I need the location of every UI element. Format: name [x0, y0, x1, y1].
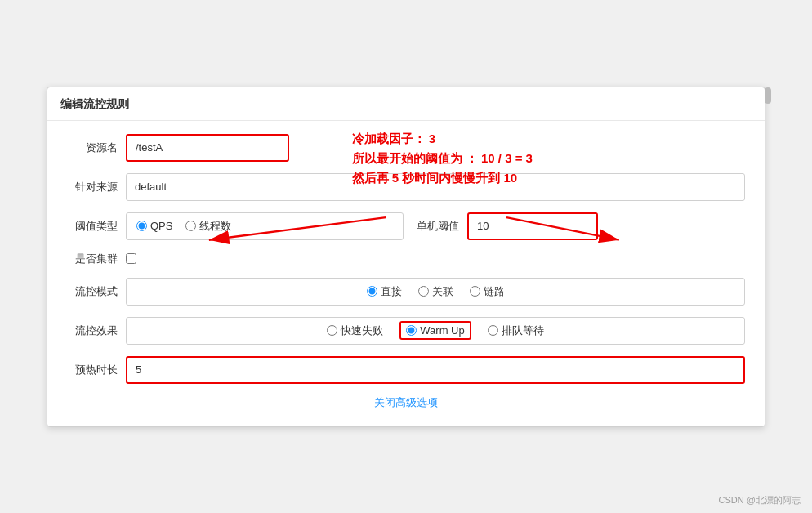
flow-effect-row: 流控效果 快速失败 Warm Up 排队等待	[67, 317, 745, 345]
flow-mode-row: 流控模式 直接 关联 链路	[67, 278, 745, 306]
watermark: CSDN @北漂的阿志	[719, 494, 801, 506]
preheat-label: 预热时长	[67, 363, 126, 377]
preheat-input[interactable]	[126, 356, 745, 384]
flow-mode-options: 直接 关联 链路	[126, 278, 745, 306]
dialog-title: 编辑流控规则	[47, 87, 765, 121]
source-input[interactable]	[126, 173, 745, 201]
dialog-body: 冷加载因子： 3 所以最开始的阈值为 ： 10 / 3 = 3 然后再 5 秒时…	[47, 121, 765, 426]
radio-chain[interactable]: 链路	[470, 284, 505, 299]
resource-row: 资源名	[67, 134, 745, 162]
cluster-checkbox[interactable]	[126, 253, 136, 264]
single-threshold-input[interactable]	[467, 212, 598, 240]
cluster-row: 是否集群	[67, 252, 745, 266]
radio-fast-fail[interactable]: 快速失败	[327, 323, 383, 338]
cluster-checkbox-item[interactable]	[126, 253, 136, 264]
preheat-row: 预热时长	[67, 356, 745, 384]
resource-label: 资源名	[67, 141, 126, 155]
radio-warmup[interactable]: Warm Up	[399, 321, 471, 340]
source-row: 针对来源	[67, 173, 745, 201]
source-label: 针对来源	[67, 180, 126, 194]
close-advanced-link[interactable]: 关闭高级选项	[67, 395, 745, 410]
flow-effect-label: 流控效果	[67, 323, 126, 338]
single-threshold-label: 单机阈值	[417, 219, 459, 234]
page-wrapper: 编辑流控规则 冷加载因子： 3 所以最开始的阈值为 ： 10 / 3 = 3 然…	[0, 0, 812, 513]
radio-associated[interactable]: 关联	[418, 284, 453, 299]
resource-input[interactable]	[126, 134, 289, 162]
flow-mode-label: 流控模式	[67, 284, 126, 299]
threshold-type-label: 阈值类型	[67, 219, 126, 234]
radio-qps[interactable]: QPS	[136, 220, 172, 232]
radio-queue[interactable]: 排队等待	[488, 323, 544, 338]
threshold-type-options: QPS 线程数	[126, 212, 404, 240]
cluster-label: 是否集群	[67, 252, 126, 266]
threshold-row: 阈值类型 QPS 线程数 单机阈值	[67, 212, 745, 240]
resource-input-wrapper	[126, 134, 289, 162]
dialog: 编辑流控规则 冷加载因子： 3 所以最开始的阈值为 ： 10 / 3 = 3 然…	[47, 87, 765, 427]
radio-threads[interactable]: 线程数	[185, 219, 231, 234]
radio-direct[interactable]: 直接	[367, 284, 402, 299]
flow-effect-options: 快速失败 Warm Up 排队等待	[126, 317, 745, 345]
